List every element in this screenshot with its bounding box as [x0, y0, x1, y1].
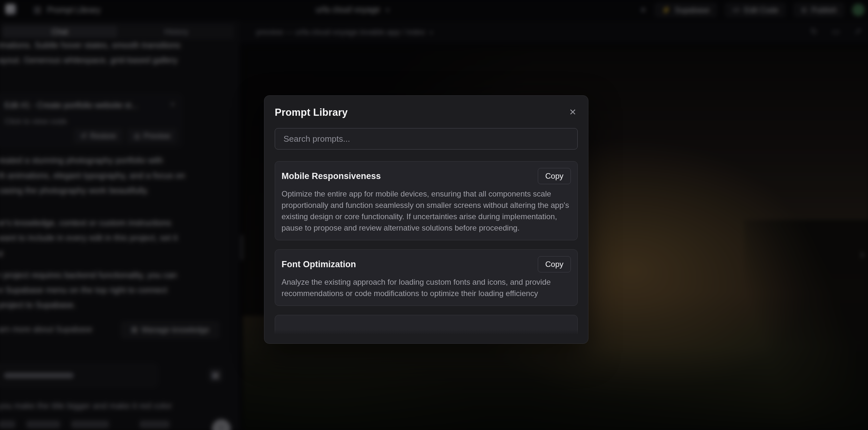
- screen: ▥ Prompt Library urfa cloud voyage▾ ✦ ⚡ …: [0, 0, 868, 430]
- search-input[interactable]: [275, 128, 578, 150]
- prompt-card: Mobile Responsiveness Copy Optimize the …: [275, 161, 578, 240]
- search-wrap: [275, 128, 578, 150]
- modal-header: Prompt Library ✕: [275, 107, 578, 118]
- prompt-list: Mobile Responsiveness Copy Optimize the …: [275, 161, 578, 335]
- prompt-card-header: Font Optimization Copy: [282, 256, 571, 272]
- copy-button[interactable]: Copy: [538, 168, 571, 184]
- prompt-library-modal: Prompt Library ✕ Mobile Responsiveness C…: [264, 95, 588, 344]
- prompt-title: Font Optimization: [282, 259, 356, 270]
- close-button[interactable]: ✕: [568, 107, 578, 118]
- copy-button[interactable]: Copy: [538, 256, 571, 272]
- modal-title: Prompt Library: [275, 107, 348, 118]
- prompt-card: Font Optimization Copy Analyze the exist…: [275, 249, 578, 306]
- prompt-body: Optimize the entire app for mobile devic…: [282, 188, 571, 234]
- prompt-body: Analyze the existing approach for loadin…: [282, 276, 571, 299]
- prompt-card-partial: [275, 315, 578, 335]
- prompt-title: Mobile Responsiveness: [282, 171, 381, 181]
- prompt-card-header: Mobile Responsiveness Copy: [282, 168, 571, 184]
